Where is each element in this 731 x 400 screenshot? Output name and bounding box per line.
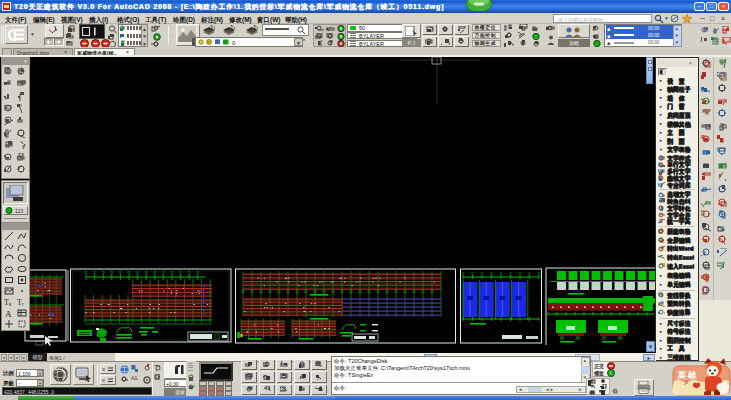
svg-text:英雄: 英雄 bbox=[677, 370, 698, 380]
svg-text:x: x bbox=[102, 377, 105, 383]
svg-text:r: r bbox=[22, 301, 24, 307]
svg-text:k: k bbox=[9, 301, 12, 307]
svg-text:x: x bbox=[102, 366, 105, 372]
svg-text:A: A bbox=[5, 309, 12, 318]
